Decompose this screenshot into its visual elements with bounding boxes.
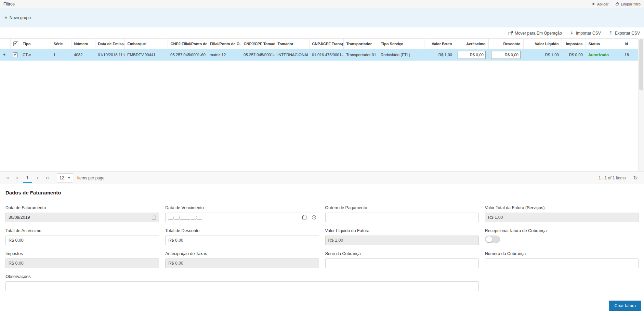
column-header-tipo-servico[interactable]: Tipo Serviço: [378, 39, 424, 49]
ordem-pagamento-input[interactable]: [325, 213, 479, 222]
next-page-icon: [36, 176, 40, 180]
column-header-tipo[interactable]: Tipo: [20, 39, 51, 49]
page-size-dropdown[interactable]: 12: [57, 173, 73, 182]
section-title: Dados de Faturamento: [0, 190, 644, 199]
cell-tipo-servico: Rodoviário (FTL): [378, 49, 424, 61]
last-page-button[interactable]: [43, 174, 52, 182]
create-invoice-button[interactable]: Criar fatura: [609, 301, 641, 311]
cell-serie: 1: [51, 49, 71, 61]
export-icon: [608, 31, 613, 36]
field-label: Data de Vencimento: [165, 205, 319, 210]
column-header-tomador[interactable]: Tomador: [275, 39, 309, 49]
column-header-impostos[interactable]: Impostos: [562, 39, 586, 49]
documents-grid: Tipo Série Número Data de Emiss... Embar…: [0, 38, 644, 184]
column-header-valor-bruto[interactable]: Valor Bruto: [424, 39, 455, 49]
select-all-checkbox[interactable]: [13, 41, 18, 46]
prev-page-button[interactable]: [12, 174, 21, 182]
clear-filter-button[interactable]: Limpar filtro: [615, 2, 641, 6]
column-header-transportador[interactable]: Transportador: [343, 39, 378, 49]
move-to-operation-button[interactable]: Mover para Em Operação: [508, 31, 562, 36]
cell-impostos: R$ 0,00: [562, 49, 586, 61]
column-header-desconto[interactable]: Desconto: [488, 39, 523, 49]
total-acrescimo-input[interactable]: [5, 236, 159, 245]
field-label: Recepcionar fatura de Cobrança: [485, 228, 639, 233]
cell-cnpj-tomador: 05.257.045/0001-60: [241, 49, 275, 61]
export-csv-button[interactable]: Exportar CSV: [608, 31, 640, 36]
column-header-valor-liquido[interactable]: Valor Líquido: [523, 39, 562, 49]
export-csv-label: Exportar CSV: [615, 31, 640, 36]
toggle-knob: [486, 236, 492, 242]
cell-numero: 4082: [71, 49, 95, 61]
cell-select: [10, 49, 20, 61]
app-window: Filtros Aplicar Limpar filtro + Novo gru…: [0, 0, 644, 311]
pager-info: 1 - 1 of 1 items: [599, 176, 626, 180]
import-csv-button[interactable]: Importar CSV: [569, 31, 601, 36]
cell-expand: +: [0, 49, 10, 61]
acrescimo-input[interactable]: [458, 51, 486, 59]
table-row[interactable]: + CT-e 1 4082 01/10/2018 11:07 EMBDEV.90…: [0, 49, 638, 61]
observacoes-input[interactable]: [5, 281, 479, 291]
column-header-cnpj-transportador[interactable]: CNPJ/CPF Transp...: [309, 39, 343, 49]
column-header-serie[interactable]: Série: [51, 39, 71, 49]
field-label: Número da Cobrança: [485, 251, 639, 256]
last-page-icon: [45, 176, 50, 180]
cell-id: 18: [622, 49, 638, 61]
field-total-acrescimo: Total de Acréscimo: [5, 228, 159, 245]
calendar-icon[interactable]: [300, 213, 309, 222]
grid-pager: 1 12 items per page 1 - 1 of 1 items ↻: [0, 171, 644, 184]
cell-tipo: CT-e: [20, 49, 51, 61]
clock-icon[interactable]: [309, 213, 319, 222]
field-label: Antecipação de Taxas: [165, 251, 319, 256]
calendar-icon[interactable]: [149, 213, 159, 222]
billing-form-section: Dados de Faturamento Data de Faturamento…: [0, 184, 644, 311]
numero-cobranca-input[interactable]: [485, 258, 639, 268]
field-ordem-pagamento: Ordem de Pagamento: [325, 205, 479, 222]
filters-title: Filtros: [3, 2, 15, 7]
field-valor-total: Valor Total da Fatura (Serviços): [485, 205, 639, 222]
vertical-scrollbar[interactable]: [638, 38, 644, 171]
cell-valor-bruto: R$ 1,00: [424, 49, 455, 61]
refresh-button[interactable]: ↻: [631, 175, 640, 181]
field-valor-liquido: Valor Líquido da Fatura: [325, 228, 479, 245]
desconto-input[interactable]: [491, 51, 521, 59]
column-header-id[interactable]: Id: [622, 39, 638, 49]
first-page-button[interactable]: [3, 174, 12, 182]
column-header-filial[interactable]: Filial/Ponto de O...: [207, 39, 241, 49]
move-icon: [508, 31, 513, 36]
cell-cnpj-transportador: 01.016.473/0001-40: [309, 49, 343, 61]
column-header-status[interactable]: Status: [586, 39, 622, 49]
column-header-data-emissao[interactable]: Data de Emiss...: [95, 39, 124, 49]
next-page-button[interactable]: [34, 174, 42, 182]
first-page-icon: [5, 176, 9, 180]
current-page[interactable]: 1: [23, 173, 32, 183]
total-desconto-input[interactable]: [165, 236, 319, 245]
billing-form: Data de Faturamento Data de Vencimento: [0, 199, 644, 291]
field-antecipacao-taxas: Antecipação de Taxas: [165, 251, 319, 268]
status-badge: Autorizado: [586, 49, 622, 61]
new-group-button[interactable]: + Novo grupo: [4, 15, 31, 20]
expand-row-button[interactable]: +: [3, 52, 5, 58]
column-header-cnpj-tomador[interactable]: CNPJ/CPF Tomador: [241, 39, 275, 49]
cell-cnpj-filial: 05.257.045/0001-60: [168, 49, 207, 61]
data-vencimento-input[interactable]: [166, 213, 299, 222]
cell-desconto: [488, 49, 523, 61]
serie-cobranca-input[interactable]: [325, 258, 479, 268]
prev-page-icon: [15, 176, 19, 180]
plus-icon: +: [4, 15, 8, 20]
field-label: Total de Acréscimo: [5, 228, 159, 233]
filters-panel-header: Filtros Aplicar Limpar filtro: [0, 0, 644, 8]
column-header-expand: [0, 39, 10, 49]
column-header-acrescimo[interactable]: Acréscimo: [455, 39, 488, 49]
antecipacao-taxas-input: [165, 258, 319, 268]
items-per-page-label: items per page: [77, 176, 104, 180]
column-header-embarque[interactable]: Embarque: [124, 39, 168, 49]
recepcionar-toggle[interactable]: [485, 236, 500, 243]
row-checkbox[interactable]: [13, 52, 18, 57]
column-header-cnpj-filial[interactable]: CNPJ Filial/Ponto de ...: [168, 39, 207, 49]
cell-data-emissao: 01/10/2018 11:07: [95, 49, 124, 61]
pager-right: 1 - 1 of 1 items ↻: [599, 175, 640, 181]
column-header-numero[interactable]: Número: [71, 39, 95, 49]
import-csv-label: Importar CSV: [576, 31, 601, 36]
scrollbar-thumb[interactable]: [639, 39, 643, 90]
apply-filter-button[interactable]: Aplicar: [592, 2, 609, 6]
